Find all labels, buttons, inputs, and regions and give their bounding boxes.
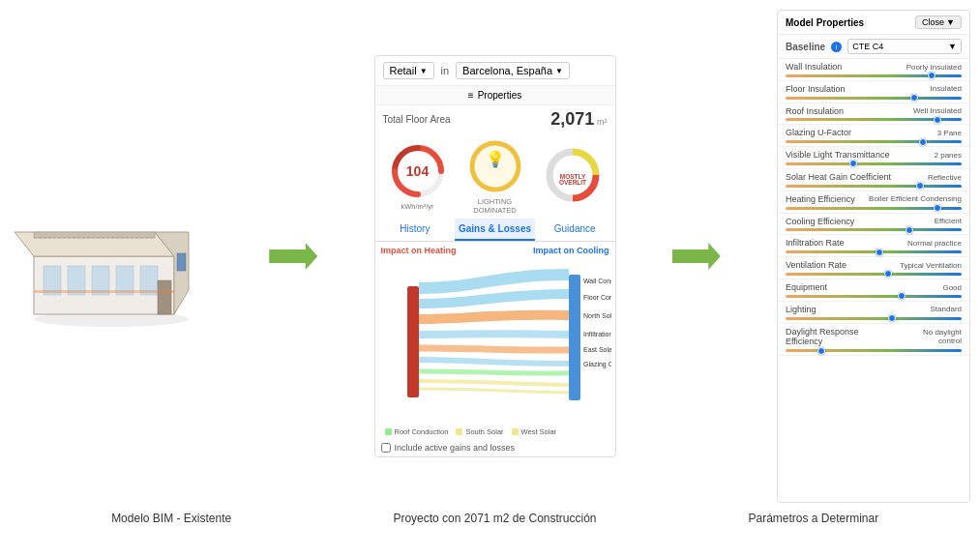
location-label: Barcelona, España — [462, 65, 552, 76]
prop-name-1: Floor Insulation — [786, 84, 846, 95]
prop-row-2: Roof InsulationWell Insulated — [778, 103, 969, 126]
prop-name-0: Wall Insulation — [786, 62, 842, 73]
bim-building — [15, 184, 208, 329]
tabs-row: History Gains & Losses Guidance — [375, 219, 615, 242]
impact-heating-label: Impact on Heating — [381, 246, 457, 255]
tab-guidance[interactable]: Guidance — [535, 219, 615, 241]
prop-value-1: Insulated — [931, 84, 962, 94]
chevron-down-icon-2: ▼ — [555, 67, 563, 75]
slider-thumb-10 — [898, 292, 906, 300]
lighting-circle-wrap: 💡 — [466, 137, 524, 195]
prop-name-9: Ventilation Rate — [786, 260, 846, 271]
lighting-label: LIGHTING DOMINATED — [460, 197, 530, 215]
slider-thumb-2 — [934, 116, 941, 124]
tfa-unit: m² — [597, 117, 608, 127]
legend-west: West Solar — [512, 427, 557, 436]
energy-gauge-circle: 104 — [389, 142, 447, 200]
include-active-checkbox[interactable] — [381, 443, 391, 453]
properties-label: Properties — [478, 90, 522, 101]
slider-track-1[interactable] — [786, 97, 962, 100]
slider-thumb-8 — [876, 249, 883, 256]
property-list: Wall InsulationPoorly InsulatedFloor Ins… — [778, 59, 969, 494]
prop-name-6: Heating Efficiency — [786, 194, 855, 205]
tfa-label: Total Floor Area — [383, 114, 451, 125]
tfa-value-group: 2,071 m² — [550, 109, 607, 130]
legend-wrap: Roof Conduction South Solar West Solar — [375, 426, 615, 439]
menu-icon: ≡ — [468, 90, 474, 101]
arrow-right — [668, 243, 726, 270]
slider-track-9[interactable] — [786, 273, 962, 276]
slider-track-3[interactable] — [786, 140, 962, 143]
caption-left-text: Modelo BIM - Existente — [111, 512, 231, 525]
prop-value-10: Good — [942, 283, 962, 293]
svg-text:Floor Conduction: Floor Conduction — [583, 294, 611, 301]
prop-row-3: Glazing U-Factor3 Pane — [778, 125, 969, 147]
prop-name-12: Daylight Response Efficiency — [786, 327, 898, 348]
slider-thumb-1 — [910, 94, 918, 102]
svg-text:Wall Conduction: Wall Conduction — [583, 278, 611, 284]
prop-value-4: 2 panes — [935, 151, 962, 161]
slider-track-11[interactable] — [786, 317, 962, 320]
impact-cooling-label: Impact on Cooling — [533, 246, 609, 255]
tab-history[interactable]: History — [375, 219, 456, 241]
baseline-info-icon: i — [831, 42, 842, 52]
right-panel: Model Properties Close ▼ Baseline i CTE … — [777, 10, 970, 503]
slider-track-0[interactable] — [786, 74, 962, 77]
model-properties-header: Model Properties Close ▼ — [778, 11, 969, 35]
chevron-down-icon-3: ▼ — [946, 17, 955, 27]
legend-roof-label: Roof Conduction — [395, 427, 449, 436]
prop-row-7: Cooling EfficiencyEfficient — [778, 214, 969, 236]
prop-value-5: Reflective — [928, 173, 962, 183]
prop-name-8: Infiltration Rate — [786, 238, 845, 249]
slider-thumb-5 — [916, 182, 924, 190]
prop-row-9: Ventilation RateTypical Ventilation — [778, 257, 969, 279]
caption-right-text: Parámetros a Determinar — [748, 512, 878, 525]
tab-gains-losses[interactable]: Gains & Losses — [455, 219, 535, 241]
in-text: in — [441, 65, 450, 76]
baseline-value-dropdown[interactable]: CTE C4 ▼ — [847, 39, 962, 54]
slider-track-4[interactable] — [786, 162, 962, 165]
location-dropdown[interactable]: Barcelona, España ▼ — [456, 62, 570, 79]
properties-button[interactable]: ≡ Properties — [375, 86, 615, 105]
prop-name-2: Roof Insulation — [786, 106, 844, 117]
prop-row-10: EquipmentGood — [778, 279, 969, 302]
legend-west-label: West Solar — [521, 427, 557, 436]
svg-rect-13 — [34, 290, 174, 293]
building-type-dropdown[interactable]: Retail ▼ — [383, 62, 434, 79]
prop-row-6: Heating EfficiencyBoiler Efficient Conde… — [778, 191, 969, 214]
tfa-value: 2,071 — [550, 109, 594, 129]
prop-name-3: Glazing U-Factor — [786, 128, 851, 138]
slider-track-7[interactable] — [786, 228, 962, 231]
prop-row-8: Infiltration RateNormal practice — [778, 235, 969, 257]
gains-area: Impact on Heating Impact on Cooling — [375, 242, 615, 257]
slider-track-12[interactable] — [786, 349, 962, 352]
bim-column — [10, 184, 213, 329]
svg-rect-10 — [177, 253, 186, 271]
prop-row-5: Solar Heat Gain CoefficientReflective — [778, 169, 969, 191]
tfa-row: Total Floor Area 2,071 m² — [375, 105, 615, 133]
slider-track-6[interactable] — [786, 207, 962, 210]
slider-thumb-9 — [884, 270, 892, 278]
captions-row: Modelo BIM - Existente Proyecto con 2071… — [0, 503, 980, 527]
legend-dot-roof — [385, 428, 392, 435]
slider-thumb-6 — [934, 204, 941, 212]
slider-track-2[interactable] — [786, 118, 962, 121]
prop-name-5: Solar Heat Gain Coefficient — [786, 172, 891, 183]
include-label: Include active gains and losses — [395, 443, 516, 453]
close-button[interactable]: Close ▼ — [915, 15, 962, 29]
center-panel: Retail ▼ in Barcelona, España ▼ ≡ Proper… — [374, 55, 616, 457]
legend-dot-south — [456, 428, 462, 435]
energy-gauge: 104 kWh/m²/yr — [383, 142, 453, 211]
baseline-label: Baseline — [786, 42, 825, 52]
tab-history-label: History — [400, 223, 430, 234]
baseline-chevron-icon: ▼ — [948, 42, 957, 51]
legend-south: South Solar — [456, 427, 503, 436]
overlit-gauge: MOSTLY OVERLIT — [538, 146, 608, 206]
slider-track-10[interactable] — [786, 295, 962, 298]
slider-track-5[interactable] — [786, 185, 962, 188]
slider-track-8[interactable] — [786, 250, 962, 253]
baseline-row: Baseline i CTE C4 ▼ — [778, 35, 969, 59]
close-label: Close — [922, 17, 944, 27]
main-layout: Retail ▼ in Barcelona, España ▼ ≡ Proper… — [0, 0, 980, 503]
prop-value-2: Well Insulated — [913, 106, 962, 116]
